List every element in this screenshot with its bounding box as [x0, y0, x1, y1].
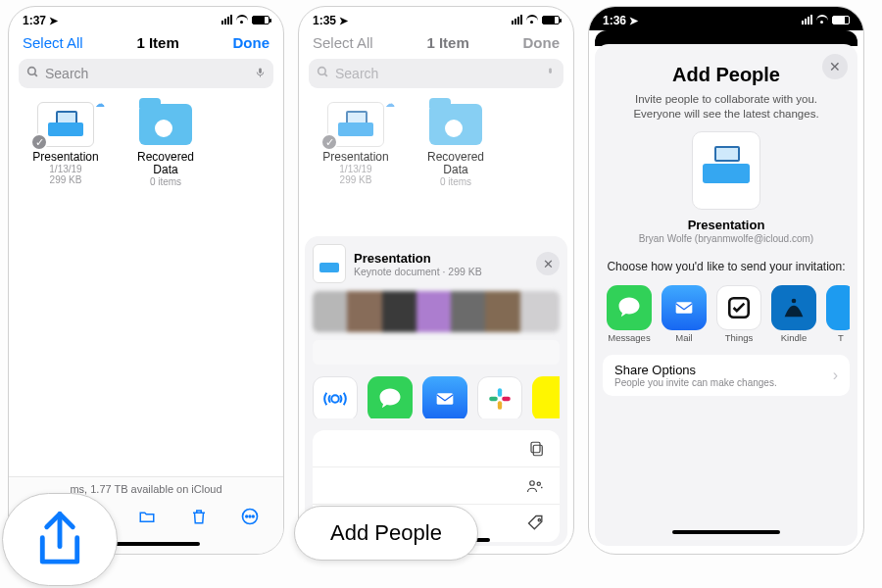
share-contacts-row[interactable]: [313, 291, 560, 332]
close-icon[interactable]: ✕: [536, 252, 560, 275]
file-meta-count: 0 items: [416, 176, 495, 187]
share-doc-meta: Keynote document · 299 KB: [354, 266, 528, 277]
invite-app-mail[interactable]: Mail: [662, 285, 707, 343]
file-tile-recovered-data: Recovered Data 0 items: [416, 102, 495, 187]
share-action-add-people[interactable]: [313, 467, 560, 505]
home-indicator[interactable]: [672, 530, 780, 534]
phone-add-people: 1:36 ➤ ✕ Add People Invite people to col…: [588, 6, 864, 555]
invite-app-messages[interactable]: Messages: [607, 285, 652, 343]
kindle-icon: [771, 285, 816, 330]
share-contacts-row-2[interactable]: [313, 340, 560, 365]
svg-rect-18: [498, 401, 502, 410]
close-icon[interactable]: ✕: [822, 54, 848, 79]
svg-rect-2: [259, 68, 262, 74]
cellular-signal-icon: [221, 15, 232, 24]
file-meta-date: 1/13/19: [317, 164, 395, 174]
select-all-button[interactable]: Select All: [23, 34, 83, 51]
nav-bar: Select All 1 Item Done: [299, 30, 573, 57]
invite-app-kindle[interactable]: Kindle: [771, 285, 816, 343]
mail-icon: [662, 285, 707, 330]
invite-app-label: Messages: [608, 332, 650, 343]
app-icon: [826, 285, 850, 330]
file-grid: ☁︎ ✓ Presentation 1/13/19 299 KB Recover…: [9, 98, 283, 191]
callout-label: Add People: [330, 520, 442, 546]
file-name: Presentation: [317, 151, 395, 164]
share-app-mail[interactable]: Mail: [422, 376, 467, 418]
svg-rect-15: [437, 393, 454, 405]
callout-share-icon: [2, 493, 118, 586]
battery-icon: [832, 16, 850, 24]
things-icon: [716, 285, 761, 330]
svg-point-11: [318, 68, 326, 75]
svg-line-1: [34, 74, 37, 76]
doc-owner: Bryan Wolfe (bryanmwolfe@icloud.com): [603, 233, 850, 244]
cellular-signal-icon: [512, 15, 522, 24]
svg-rect-25: [676, 302, 693, 314]
file-tile-presentation: ☁︎ ✓ Presentation 1/13/19 299 KB: [317, 102, 395, 187]
svg-rect-17: [489, 397, 498, 401]
share-app-messages[interactable]: Messages: [368, 376, 413, 418]
folder-icon: [427, 102, 484, 147]
share-app-slack[interactable]: Slack: [477, 376, 522, 418]
file-name: Recovered Data: [416, 151, 495, 176]
battery-icon: [252, 16, 270, 24]
svg-point-0: [28, 68, 36, 75]
svg-rect-16: [498, 388, 502, 397]
nav-title: 1 Item: [136, 34, 178, 51]
file-tile-presentation[interactable]: ☁︎ ✓ Presentation 1/13/19 299 KB: [26, 102, 105, 187]
add-people-sheet: ✕ Add People Invite people to collaborat…: [595, 44, 858, 546]
file-name: Recovered Data: [126, 151, 205, 176]
invite-app-label: Things: [725, 332, 754, 343]
keynote-doc-icon: [692, 131, 760, 210]
share-app-more[interactable]: Sn: [532, 376, 560, 418]
location-arrow-icon: ➤: [339, 15, 348, 26]
svg-rect-21: [531, 442, 540, 453]
location-arrow-icon: ➤: [49, 15, 58, 26]
invite-app-label: T: [838, 332, 844, 343]
status-bar: 1:35 ➤: [299, 7, 573, 30]
done-button[interactable]: Done: [233, 34, 270, 51]
invite-app-things[interactable]: Things: [716, 285, 761, 343]
share-app-airdrop[interactable]: AirDrop: [313, 376, 358, 418]
trash-icon[interactable]: [190, 507, 208, 531]
battery-icon: [542, 16, 560, 24]
share-doc-title: Presentation: [354, 251, 528, 266]
move-folder-icon[interactable]: [136, 508, 158, 530]
file-meta-date: 1/13/19: [26, 164, 105, 174]
cellular-signal-icon: [802, 15, 812, 24]
wifi-icon: [236, 15, 248, 24]
keynote-doc-icon: [313, 244, 346, 283]
svg-point-27: [792, 299, 797, 304]
folder-icon: [137, 102, 194, 147]
search-field[interactable]: Search: [19, 59, 273, 88]
doc-name: Presentation: [603, 218, 850, 232]
share-apps-row: AirDrop Messages Mail Slack Sn: [313, 372, 560, 418]
messages-icon: [368, 376, 413, 418]
share-action-copy[interactable]: [313, 430, 560, 467]
app-icon: [532, 376, 560, 418]
cloud-upload-icon: ☁︎: [95, 98, 105, 109]
svg-point-22: [530, 480, 535, 485]
search-placeholder: Search: [335, 66, 378, 81]
status-time: 1:37 ➤: [23, 14, 58, 27]
location-arrow-icon: ➤: [629, 15, 638, 26]
more-icon[interactable]: [240, 507, 260, 531]
callout-add-people: Add People: [294, 506, 478, 561]
share-options-row[interactable]: Share Options People you invite can make…: [603, 355, 850, 396]
choose-invite-label: Choose how you'd like to send your invit…: [603, 260, 850, 273]
nav-title: 1 Item: [426, 34, 468, 51]
svg-point-23: [537, 482, 540, 485]
status-bar: 1:37 ➤: [9, 7, 283, 30]
search-field: Search: [309, 59, 564, 88]
wifi-icon: [526, 15, 538, 24]
wifi-icon: [816, 15, 828, 24]
share-sheet: Presentation Keynote document · 299 KB ✕…: [305, 236, 567, 546]
dictation-icon[interactable]: [255, 66, 266, 82]
invite-app-more[interactable]: T: [826, 285, 850, 343]
svg-rect-20: [533, 445, 542, 456]
file-name: Presentation: [26, 151, 105, 164]
messages-icon: [607, 285, 652, 330]
phone-files-selected: 1:37 ➤ Select All 1 Item Done Search: [8, 6, 284, 555]
file-meta-count: 0 items: [126, 176, 205, 187]
file-tile-recovered-data[interactable]: Recovered Data 0 items: [126, 102, 205, 187]
